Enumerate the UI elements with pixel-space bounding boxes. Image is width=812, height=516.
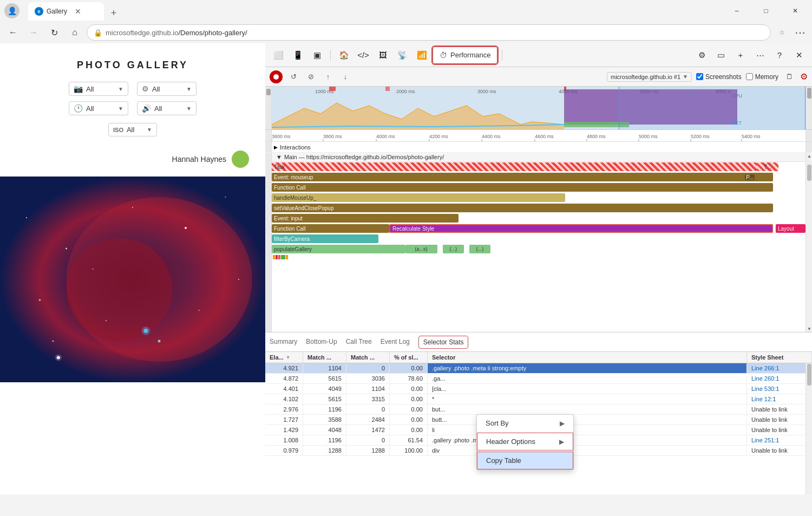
- svg-text:5200 ms: 5200 ms: [691, 134, 710, 139]
- task-bar[interactable]: Task: [272, 162, 757, 171]
- bottom-scroll-thumb[interactable]: [807, 364, 811, 386]
- dock-button[interactable]: ▭: [712, 47, 730, 64]
- tab-selectorstats[interactable]: Selector Stats: [418, 336, 469, 349]
- devtools-close-button[interactable]: ✕: [790, 47, 808, 64]
- function-call-bar[interactable]: Function Call: [272, 183, 773, 192]
- filter-camera[interactable]: 📷 All ▼: [69, 82, 128, 96]
- event-input-bar[interactable]: Event: input: [272, 214, 459, 223]
- td-ss-1[interactable]: Line 266:1: [747, 363, 812, 373]
- record-button[interactable]: [270, 70, 283, 83]
- function-call-bar-2[interactable]: Function Call: [272, 224, 389, 233]
- tab-close-button[interactable]: ✕: [75, 7, 81, 16]
- device-emulation-button[interactable]: 📱: [289, 47, 306, 64]
- memory-checkbox[interactable]: Memory: [746, 73, 778, 81]
- more-tools-button[interactable]: +: [732, 47, 749, 64]
- elements-button[interactable]: 🏠: [335, 47, 352, 64]
- ruler-svg: 3600 ms 3800 ms 4000 ms 4200 ms 4400 ms …: [272, 130, 806, 141]
- help-button[interactable]: ?: [771, 47, 788, 64]
- tab-calltree[interactable]: Call Tree: [346, 334, 372, 351]
- maximize-button[interactable]: □: [754, 2, 778, 19]
- camera-icon: 📷: [74, 84, 83, 93]
- new-tab-button[interactable]: +: [106, 5, 121, 21]
- filter-time[interactable]: 🕐 All ▼: [69, 101, 128, 115]
- th-elapsed[interactable]: Ela... ▼: [265, 352, 303, 363]
- layout-bar[interactable]: Layout: [776, 224, 806, 233]
- browser-tab[interactable]: e Gallery ✕: [28, 2, 104, 21]
- filter-iso[interactable]: ISO All ▼: [108, 123, 157, 136]
- th-match1[interactable]: Match ...: [303, 352, 346, 363]
- td-ss-3[interactable]: Line 530:1: [747, 384, 812, 394]
- table-row[interactable]: 4.921 1104 0 0.00 .gallery .photo .meta …: [265, 363, 812, 374]
- th-elapsed-label: Ela...: [270, 354, 284, 361]
- svg-point-5: [132, 207, 133, 208]
- populategallery-bar[interactable]: populateGallery: [272, 245, 405, 253]
- capture-settings-button[interactable]: 🗒: [783, 70, 796, 83]
- svg-point-4: [66, 248, 67, 250]
- handle-mouseup-bar[interactable]: handleMouseUp_: [272, 193, 565, 202]
- td-ss-8[interactable]: Line 251:1: [747, 435, 812, 445]
- user-avatar: 👤: [4, 3, 19, 18]
- th-match2[interactable]: Match ...: [346, 352, 390, 363]
- back-button[interactable]: ←: [4, 24, 22, 41]
- tab-summary[interactable]: Summary: [270, 334, 297, 351]
- devtools-more-button[interactable]: ⋯: [751, 47, 769, 64]
- scroll-up-btn[interactable]: ▲: [806, 153, 812, 159]
- th-stylesheet[interactable]: Style Sheet: [747, 352, 812, 363]
- table-row[interactable]: 4.872 5615 3036 78.60 .ga... Line 260:1: [265, 374, 812, 384]
- svg-text:4800 ms: 4800 ms: [587, 134, 606, 139]
- th-selector[interactable]: Selector: [428, 352, 747, 363]
- timeline-selection[interactable]: [619, 87, 806, 129]
- download-button[interactable]: ↓: [339, 70, 352, 83]
- svg-point-7: [225, 197, 226, 198]
- event-mouseup-bar[interactable]: Event: mouseup P...: [272, 173, 773, 181]
- sources-button[interactable]: 🖼: [374, 47, 391, 64]
- table-row[interactable]: 4.401 4049 1104 0.00 [cla... Line 530:1: [265, 384, 812, 394]
- upload-button[interactable]: ↑: [322, 70, 335, 83]
- address-bar[interactable]: 🔒 microsoftedge.github.io/Demos/photo-ga…: [87, 24, 771, 41]
- filter-audio[interactable]: 🔊 All ▼: [137, 101, 197, 115]
- screenshots-input[interactable]: [696, 73, 703, 80]
- settings-more-button[interactable]: ⋯: [793, 25, 808, 40]
- timeline-overview-canvas[interactable]: 1000 ms 2000 ms 3000 ms 4000 ms 5000 ms …: [272, 87, 806, 129]
- url-dropdown[interactable]: ▼: [683, 74, 688, 80]
- sidebar-toggle-button[interactable]: ▣: [309, 47, 326, 64]
- home-button[interactable]: ⌂: [66, 24, 83, 41]
- favorites-button[interactable]: ☆: [774, 25, 789, 40]
- tab-eventlog[interactable]: Event Log: [381, 334, 410, 351]
- wireless-button[interactable]: 📶: [413, 47, 430, 64]
- context-menu-sort-by[interactable]: Sort By ▶: [477, 415, 573, 432]
- context-menu-copy-table[interactable]: Copy Table: [477, 452, 573, 469]
- filter-time-chevron: ▼: [118, 106, 123, 112]
- gallery-panel: PHOTO GALLERY 📷 All ▼ ⚙ All ▼ 🕐 All ▼ 🔊: [0, 43, 265, 494]
- minimize-button[interactable]: –: [724, 2, 749, 19]
- flame-scroll-thumb[interactable]: [807, 165, 811, 181]
- perf-settings-button[interactable]: ⚙: [800, 71, 808, 82]
- close-button[interactable]: ✕: [783, 2, 808, 19]
- setvalue-bar[interactable]: setValueAndClosePopup: [272, 204, 773, 212]
- main-thread-collapse-icon[interactable]: ▼: [276, 154, 282, 160]
- refresh-button[interactable]: ↻: [45, 24, 63, 41]
- reload-record-button[interactable]: ↺: [287, 70, 300, 83]
- filtercamera-bar[interactable]: filterByCamera: [272, 234, 378, 243]
- clear-button[interactable]: ⊘: [304, 70, 317, 83]
- recalc-style-bar[interactable]: Recalculate Style: [389, 224, 773, 233]
- timeline-scroll-thumb[interactable]: [807, 88, 811, 99]
- filter-settings[interactable]: ⚙ All ▼: [137, 82, 197, 96]
- table-row[interactable]: 4.102 5615 3315 0.00 * Line 12:1: [265, 394, 812, 404]
- inspect-element-button[interactable]: ⬜: [270, 47, 287, 64]
- screenshots-checkbox[interactable]: Screenshots: [696, 73, 742, 81]
- td-ss-2[interactable]: Line 260:1: [747, 374, 812, 383]
- forward-button[interactable]: →: [25, 24, 42, 41]
- tab-bottomup[interactable]: Bottom-Up: [306, 334, 337, 351]
- table-row[interactable]: 2.976 1196 0 0.00 but... Unable to link: [265, 404, 812, 415]
- memory-input[interactable]: [746, 73, 753, 80]
- flame-rows-container: Task T... Event: mouseup P...: [272, 162, 806, 259]
- network-button[interactable]: 📡: [394, 47, 411, 64]
- scroll-down-btn[interactable]: ▼: [806, 325, 812, 332]
- settings-button[interactable]: ⚙: [693, 47, 710, 64]
- th-pct[interactable]: % of sl...: [390, 352, 428, 363]
- context-menu-header-options[interactable]: Header Options ▶: [477, 433, 573, 450]
- performance-tab[interactable]: ⏱ Performance: [433, 47, 497, 64]
- console-button[interactable]: </>: [355, 47, 372, 64]
- td-ss-4[interactable]: Line 12:1: [747, 394, 812, 404]
